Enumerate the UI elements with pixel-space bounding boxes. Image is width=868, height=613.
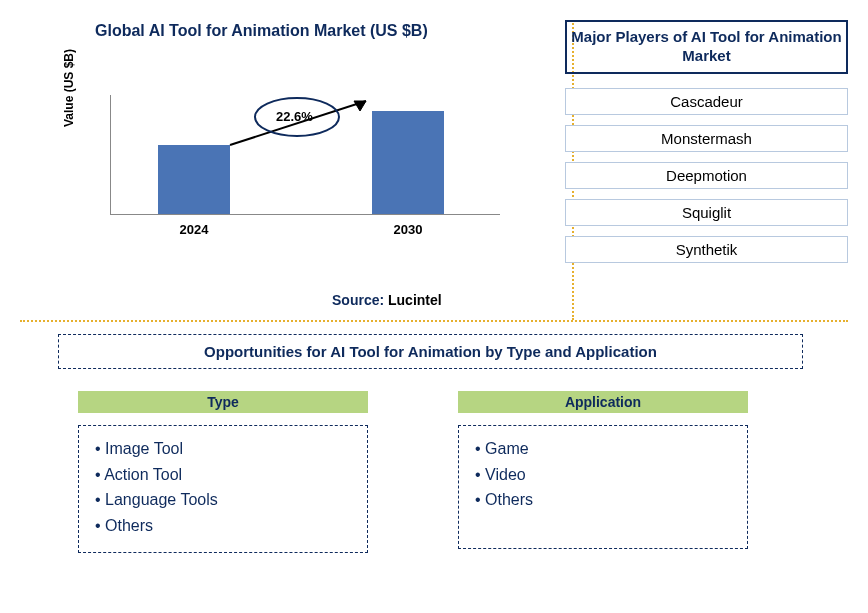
list-item-label: Others [105, 517, 153, 534]
source-label: Source: [332, 292, 384, 308]
application-list: • Game • Video • Others [458, 425, 748, 549]
bar-2030 [372, 111, 444, 214]
player-item: Deepmotion [565, 162, 848, 189]
list-item: • Others [475, 487, 731, 513]
xtick-0: 2024 [158, 222, 230, 237]
player-item: Cascadeur [565, 88, 848, 115]
type-header: Type [78, 391, 368, 413]
player-item: Squiglit [565, 199, 848, 226]
list-item: • Others [95, 513, 351, 539]
source-line: Source: Lucintel [332, 292, 442, 308]
y-axis [110, 95, 111, 215]
list-item: • Video [475, 462, 731, 488]
list-item: • Game [475, 436, 731, 462]
application-column: Application • Game • Video • Others [458, 391, 748, 553]
svg-marker-1 [354, 101, 366, 111]
player-item: Synthetik [565, 236, 848, 263]
xtick-1: 2030 [372, 222, 444, 237]
opportunities-section: Opportunities for AI Tool for Animation … [58, 334, 850, 553]
players-title: Major Players of AI Tool for Animation M… [565, 20, 848, 74]
list-item: • Language Tools [95, 487, 351, 513]
player-item: Monstermash [565, 125, 848, 152]
players-panel: Major Players of AI Tool for Animation M… [565, 20, 848, 273]
type-column: Type • Image Tool • Action Tool • Langua… [78, 391, 368, 553]
opportunities-banner: Opportunities for AI Tool for Animation … [58, 334, 803, 369]
bar-chart: Value (US $B) 2024 2030 22.6% [110, 75, 500, 255]
bar-2024 [158, 145, 230, 214]
list-item-label: Image Tool [105, 440, 183, 457]
type-list: • Image Tool • Action Tool • Language To… [78, 425, 368, 553]
list-item: • Action Tool [95, 462, 351, 488]
list-item-label: Video [485, 466, 526, 483]
list-item-label: Action Tool [104, 466, 182, 483]
list-item: • Image Tool [95, 436, 351, 462]
list-item-label: Game [485, 440, 529, 457]
horizontal-divider [20, 320, 848, 322]
chart-panel: Global AI Tool for Animation Market (US … [20, 20, 565, 273]
x-axis [110, 214, 500, 215]
source-value: Lucintel [388, 292, 442, 308]
chart-title: Global AI Tool for Animation Market (US … [95, 22, 555, 40]
y-axis-label: Value (US $B) [62, 49, 76, 127]
list-item-label: Language Tools [105, 491, 218, 508]
application-header: Application [458, 391, 748, 413]
list-item-label: Others [485, 491, 533, 508]
cagr-value: 22.6% [276, 109, 313, 124]
